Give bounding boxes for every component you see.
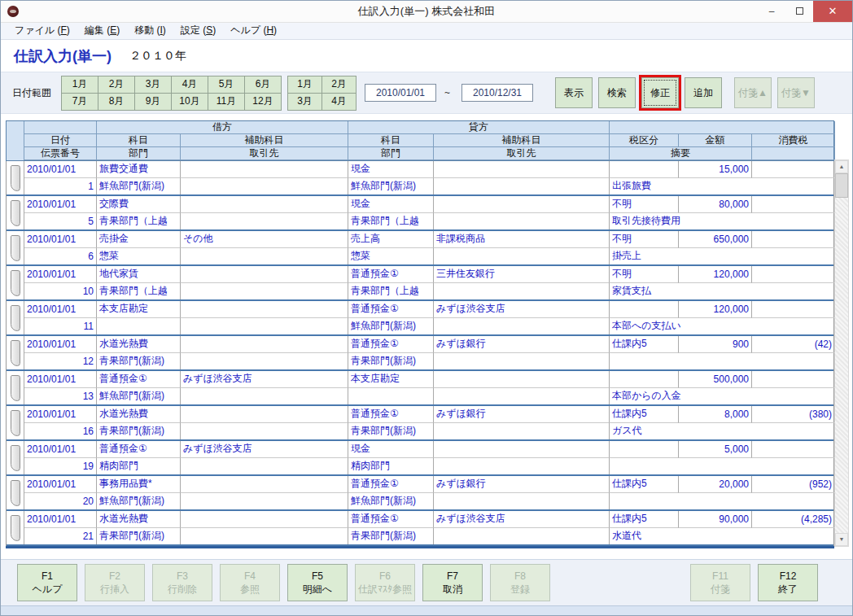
journal-entry-row[interactable]: 2010/01/01 交際費 現金 不明 80,000 5 青果部門（上越 青果… <box>7 196 833 231</box>
debit-partner[interactable] <box>181 353 348 369</box>
month-button[interactable]: 5月 <box>208 76 245 94</box>
month-button[interactable]: 3月 <box>135 76 172 94</box>
credit-department[interactable]: 鮮魚部門(新潟) <box>348 493 434 509</box>
function-key-button[interactable]: F6 仕訳ﾏｽﾀ参照 <box>355 564 415 601</box>
month-button[interactable]: 4月 <box>322 94 357 111</box>
debit-account[interactable]: 売掛金 <box>97 231 181 248</box>
credit-account[interactable]: 現金 <box>348 441 434 458</box>
amount[interactable]: 80,000 <box>679 196 752 213</box>
entry-date[interactable]: 2010/01/01 <box>24 371 97 388</box>
debit-partner[interactable] <box>181 248 348 264</box>
scroll-up-icon[interactable]: ▲ <box>835 160 848 173</box>
entry-date[interactable]: 2010/01/01 <box>24 511 97 528</box>
journal-entry-row[interactable]: 2010/01/01 事務用品費* 普通預金① みずほ銀行 仕課内5 20,00… <box>7 476 833 511</box>
credit-partner[interactable] <box>434 388 610 404</box>
credit-account[interactable]: 普通預金① <box>348 301 434 318</box>
month-button[interactable]: 2月 <box>98 76 135 94</box>
function-key-button[interactable]: F5 明細へ <box>287 564 348 601</box>
credit-account[interactable]: 現金 <box>348 161 434 178</box>
debit-department[interactable]: 鮮魚部門(新潟) <box>97 178 181 194</box>
debit-account[interactable]: 交際費 <box>97 196 181 213</box>
consumption-tax[interactable] <box>752 161 835 178</box>
date-to-input[interactable]: 2010/12/31 <box>461 84 533 102</box>
entry-date[interactable]: 2010/01/01 <box>24 406 97 423</box>
tax-class[interactable] <box>610 161 679 178</box>
credit-department[interactable]: 惣菜 <box>348 248 434 264</box>
memo[interactable]: 掛売上 <box>610 248 835 264</box>
tax-class[interactable] <box>610 301 679 318</box>
maximize-button-icon[interactable] <box>785 1 813 22</box>
consumption-tax[interactable]: (380) <box>752 406 835 423</box>
journal-entry-row[interactable]: 2010/01/01 旅費交通費 現金 15,000 1 鮮魚部門(新潟) 鮮魚… <box>7 161 833 196</box>
credit-department[interactable]: 精肉部門 <box>348 458 434 474</box>
memo[interactable]: 本部への支払い <box>610 318 835 334</box>
credit-partner[interactable] <box>434 283 610 299</box>
credit-sub-account[interactable] <box>434 441 610 458</box>
function-key-button[interactable]: F8 登録 <box>490 564 550 601</box>
voucher-no[interactable]: 19 <box>24 458 97 474</box>
month-button[interactable]: 2月 <box>322 76 357 94</box>
tax-class[interactable]: 仕課内5 <box>610 511 679 528</box>
month-button[interactable]: 10月 <box>172 94 208 111</box>
consumption-tax[interactable] <box>752 196 835 213</box>
debit-partner[interactable] <box>181 388 348 404</box>
amount[interactable]: 500,000 <box>679 371 752 388</box>
month-button[interactable]: 8月 <box>98 94 135 111</box>
month-button[interactable]: 9月 <box>135 94 172 111</box>
scroll-down-icon[interactable]: ▼ <box>835 533 848 546</box>
tax-class[interactable]: 不明 <box>610 266 679 283</box>
memo[interactable] <box>610 493 835 509</box>
voucher-no[interactable]: 21 <box>24 528 97 544</box>
tax-class[interactable] <box>610 371 679 388</box>
debit-account[interactable]: 普通預金① <box>97 371 181 388</box>
debit-account[interactable]: 旅費交通費 <box>97 161 181 178</box>
amount[interactable]: 650,000 <box>679 231 752 248</box>
function-key-button[interactable]: F2 行挿入 <box>85 564 145 601</box>
fusen-button[interactable]: 付箋▼ <box>777 77 815 108</box>
debit-account[interactable]: 地代家賃 <box>97 266 181 283</box>
credit-partner[interactable] <box>434 248 610 264</box>
credit-partner[interactable] <box>434 528 610 544</box>
credit-account[interactable]: 普通預金① <box>348 476 434 493</box>
debit-sub-account[interactable] <box>181 406 348 423</box>
credit-department[interactable]: 鮮魚部門(新潟) <box>348 178 434 194</box>
credit-department[interactable]: 青果部門(新潟) <box>348 353 434 369</box>
credit-department[interactable]: 鮮魚部門(新潟) <box>348 318 434 334</box>
debit-department[interactable]: 青果部門(新潟) <box>97 423 181 439</box>
function-key-button[interactable]: F1 ヘルプ <box>17 564 77 601</box>
debit-partner[interactable] <box>181 318 348 334</box>
debit-sub-account[interactable] <box>181 196 348 213</box>
credit-partner[interactable] <box>434 458 610 474</box>
month-button[interactable]: 1月 <box>62 76 98 94</box>
credit-department[interactable]: 青果部門(新潟) <box>348 423 434 439</box>
menu-item[interactable]: 設定 (S) <box>173 22 223 39</box>
debit-department[interactable]: 青果部門（上越 <box>97 283 181 299</box>
memo[interactable]: ガス代 <box>610 423 835 439</box>
action-button[interactable]: 表示 <box>555 77 593 108</box>
amount[interactable]: 15,000 <box>679 161 752 178</box>
debit-sub-account[interactable] <box>181 476 348 493</box>
scrollbar-thumb[interactable] <box>835 173 848 198</box>
credit-sub-account[interactable]: 非課税商品 <box>434 231 610 248</box>
scrollbar-track[interactable] <box>835 198 848 533</box>
journal-entry-row[interactable]: 2010/01/01 本支店勘定 普通預金① みずほ渋谷支店 120,000 1… <box>7 301 833 336</box>
voucher-no[interactable]: 11 <box>24 318 97 334</box>
consumption-tax[interactable] <box>752 441 835 458</box>
debit-department[interactable]: 青果部門(新潟) <box>97 528 181 544</box>
journal-entry-row[interactable]: 2010/01/01 地代家賃 普通預金① 三井住友銀行 不明 120,000 … <box>7 266 833 301</box>
debit-partner[interactable] <box>181 283 348 299</box>
journal-entry-row[interactable]: 2010/01/01 水道光熱費 普通預金① みずほ銀行 仕課内5 8,000 … <box>7 406 833 441</box>
amount[interactable]: 120,000 <box>679 266 752 283</box>
menu-item[interactable]: 移動 (I) <box>127 22 173 39</box>
memo[interactable]: 家賃支払 <box>610 283 835 299</box>
consumption-tax[interactable] <box>752 266 835 283</box>
entry-date[interactable]: 2010/01/01 <box>24 336 97 353</box>
amount[interactable]: 90,000 <box>679 511 752 528</box>
function-key-button[interactable]: F7 取消 <box>422 564 483 601</box>
consumption-tax[interactable] <box>752 231 835 248</box>
credit-account[interactable]: 本支店勘定 <box>348 371 434 388</box>
debit-account[interactable]: 事務用品費* <box>97 476 181 493</box>
credit-sub-account[interactable] <box>434 196 610 213</box>
vertical-scrollbar[interactable]: ▲ ▼ <box>834 159 849 547</box>
credit-partner[interactable] <box>434 423 610 439</box>
